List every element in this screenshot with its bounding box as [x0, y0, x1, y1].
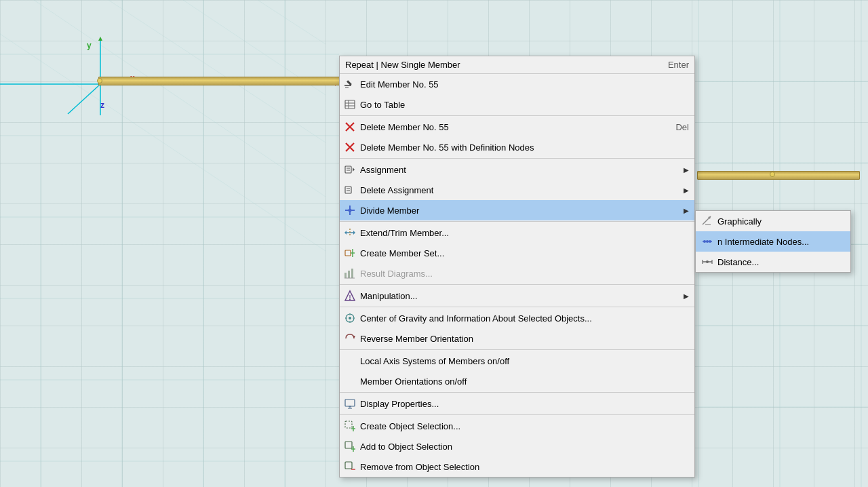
assignment-label: Assignment [360, 165, 678, 175]
svg-point-88 [709, 240, 711, 243]
separator-7 [340, 392, 694, 393]
svg-rect-29 [347, 80, 352, 85]
node-dot-left [97, 78, 102, 83]
svg-rect-77 [345, 442, 352, 448]
go-to-table-icon [342, 97, 357, 112]
separator-4 [340, 284, 694, 285]
n-nodes-icon [700, 234, 715, 249]
axis-label-y: y [87, 41, 92, 50]
create-member-set-label: Create Member Set... [360, 248, 689, 258]
divide-member-icon [342, 203, 357, 218]
menu-item-result-diagrams[interactable]: Result Diagrams... [340, 263, 694, 284]
manipulation-icon [342, 288, 357, 303]
remove-from-sel-label: Remove from Object Selection [360, 462, 689, 472]
delete-member-label: Delete Member No. 55 [360, 122, 662, 132]
menu-item-assignment[interactable]: Assignment ▶ [340, 159, 694, 180]
submenu-item-distance[interactable]: Distance... [696, 252, 850, 272]
svg-point-62 [349, 299, 351, 300]
menu-item-go-to-table[interactable]: Go to Table [340, 94, 694, 115]
svg-point-86 [703, 240, 706, 243]
separator-6 [340, 349, 694, 350]
center-gravity-icon [342, 311, 357, 326]
menu-item-delete-assignment[interactable]: Delete Assignment ▶ [340, 180, 694, 200]
svg-point-92 [706, 260, 709, 263]
menu-item-divide-member[interactable]: Divide Member ▶ [340, 200, 694, 220]
separator-2 [340, 158, 694, 159]
edit-member-label: Edit Member No. 55 [360, 79, 689, 90]
svg-point-48 [349, 209, 352, 212]
svg-rect-53 [345, 250, 351, 256]
delete-member-shortcut: Del [675, 122, 689, 132]
edit-member-icon [342, 77, 357, 92]
result-diagrams-label: Result Diagrams... [360, 269, 689, 279]
svg-rect-57 [348, 271, 350, 278]
assignment-icon [342, 162, 357, 177]
svg-rect-58 [351, 269, 353, 278]
create-obj-sel-icon [342, 418, 357, 433]
delete-member-nodes-icon [342, 140, 357, 155]
separator-3 [340, 221, 694, 222]
divide-member-arrow: ▶ [684, 207, 689, 214]
axis-label-z: z [100, 100, 104, 110]
member-beam-left [98, 77, 342, 85]
menu-item-remove-from-sel[interactable]: Remove from Object Selection [340, 456, 694, 477]
menu-item-add-to-sel[interactable]: Add to Object Selection [340, 436, 694, 456]
distance-label: Distance... [717, 257, 845, 267]
menu-item-local-axis[interactable]: Local Axis Systems of Members on/off [340, 351, 694, 371]
repeat-label: Repeat | New Single Member [345, 60, 668, 70]
menu-item-edit-member[interactable]: Edit Member No. 55 [340, 74, 694, 94]
axis-lines [0, 0, 353, 136]
menu-item-delete-member-nodes[interactable]: Delete Member No. 55 with Definition Nod… [340, 137, 694, 157]
menu-item-manipulation[interactable]: Manipulation... ▶ [340, 286, 694, 306]
create-obj-sel-label: Create Object Selection... [360, 421, 689, 431]
svg-rect-43 [345, 187, 351, 193]
reverse-orientation-icon [342, 331, 357, 346]
create-member-set-icon [342, 246, 357, 260]
separator-1 [340, 115, 694, 116]
svg-rect-31 [345, 100, 355, 109]
delete-member-icon [342, 119, 357, 134]
assignment-arrow: ▶ [684, 166, 689, 174]
submenu-item-n-nodes[interactable]: n Intermediate Nodes... [696, 231, 850, 252]
menu-item-reverse-orientation[interactable]: Reverse Member Orientation [340, 328, 694, 349]
distance-icon [700, 254, 715, 269]
menu-item-member-orientations[interactable]: Member Orientations on/off [340, 371, 694, 391]
delete-assignment-arrow: ▶ [684, 187, 689, 194]
svg-rect-74 [345, 421, 352, 428]
menu-item-create-member-set[interactable]: Create Member Set... [340, 243, 694, 263]
display-properties-icon [342, 396, 357, 411]
delete-member-nodes-label: Delete Member No. 55 with Definition Nod… [360, 142, 689, 153]
menu-item-display-properties[interactable]: Display Properties... [340, 393, 694, 414]
manipulation-label: Manipulation... [360, 291, 678, 301]
svg-marker-27 [98, 37, 102, 41]
menu-item-extend-trim[interactable]: Extend/Trim Member... [340, 222, 694, 243]
svg-rect-30 [345, 87, 349, 88]
separator-5 [340, 307, 694, 307]
svg-line-25 [68, 84, 100, 114]
svg-rect-56 [344, 273, 347, 278]
remove-from-sel-icon [342, 459, 357, 474]
svg-rect-70 [345, 400, 355, 406]
menu-item-center-gravity[interactable]: Center of Gravity and Information About … [340, 308, 694, 328]
context-menu: Repeat | New Single Member Enter Edit Me… [339, 56, 695, 478]
divide-member-submenu: Graphically n Intermediate Nodes... Dist… [695, 210, 851, 273]
repeat-shortcut: Enter [668, 60, 689, 70]
submenu-item-graphically[interactable]: Graphically [696, 211, 850, 231]
result-diagrams-icon [342, 266, 357, 281]
delete-assignment-icon [342, 182, 357, 197]
svg-marker-51 [344, 231, 347, 235]
graphically-label: Graphically [717, 216, 845, 227]
display-properties-label: Display Properties... [360, 399, 689, 409]
member-beam-right [697, 171, 860, 180]
local-axis-icon [342, 353, 357, 368]
member-orientations-label: Member Orientations on/off [360, 376, 689, 387]
menu-item-delete-member[interactable]: Delete Member No. 55 Del [340, 117, 694, 137]
menu-item-create-obj-sel[interactable]: Create Object Selection... [340, 416, 694, 436]
separator-8 [340, 414, 694, 415]
add-to-sel-icon [342, 439, 357, 454]
add-to-sel-label: Add to Object Selection [360, 442, 689, 452]
reverse-orientation-label: Reverse Member Orientation [360, 334, 689, 344]
svg-rect-80 [345, 462, 352, 469]
local-axis-label: Local Axis Systems of Members on/off [360, 356, 689, 366]
menu-repeat-header[interactable]: Repeat | New Single Member Enter [340, 56, 694, 74]
